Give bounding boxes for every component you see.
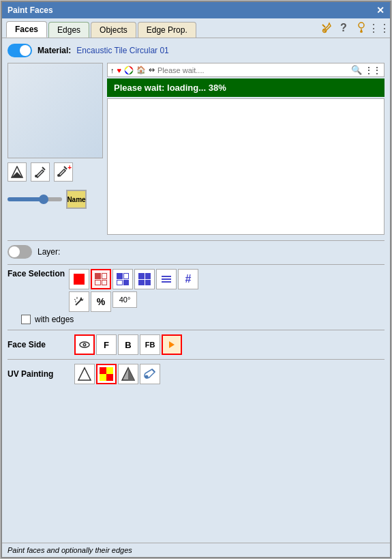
svg-marker-24 — [128, 368, 134, 380]
svg-point-8 — [57, 174, 60, 177]
divider-4 — [7, 359, 385, 360]
divider-3 — [7, 330, 385, 330]
window-title: Paint Faces — [7, 5, 53, 15]
eyedropper-button[interactable] — [31, 162, 50, 182]
help-icon[interactable]: ? — [337, 21, 350, 35]
main-content: Material: Encaustic Tile Circular 01 — [2, 38, 390, 394]
face-side-icons: F B FB — [74, 334, 182, 355]
svg-line-13 — [76, 300, 81, 305]
divider-2 — [7, 264, 385, 265]
arrow-up-icon[interactable]: ↑ — [110, 66, 115, 74]
svg-point-20 — [84, 344, 85, 345]
face-sel-hash-button[interactable]: # — [178, 269, 198, 289]
with-edges-label: with edges — [35, 315, 74, 324]
material-label: Material: — [37, 46, 71, 55]
uv-painting-section: UV Painting — [7, 364, 385, 384]
face-side-play-button[interactable] — [162, 334, 182, 355]
texture-browser-panel: ↑ ♥ 🏠 ⇔ 🔍 ⋮⋮ — [107, 63, 385, 235]
name-button[interactable]: Name — [66, 190, 87, 209]
with-edges-row: with edges — [21, 315, 385, 324]
svg-point-2 — [359, 23, 364, 28]
close-button[interactable]: ✕ — [376, 5, 385, 16]
layer-label: Layer: — [37, 247, 60, 257]
uv-painting-icons — [74, 364, 160, 384]
search-button[interactable]: 🔍 — [351, 65, 362, 75]
search-input[interactable] — [157, 66, 348, 74]
tool-row: + — [7, 162, 103, 182]
heart-icon[interactable]: ♥ — [117, 66, 122, 74]
texture-preview — [7, 63, 103, 158]
eyedropper-plus-button[interactable]: + — [54, 162, 73, 182]
tab-edge-prop[interactable]: Edge Prop. — [138, 22, 196, 38]
search-bar: ↑ ♥ 🏠 ⇔ 🔍 ⋮⋮ — [107, 63, 385, 77]
tab-objects[interactable]: Objects — [91, 22, 136, 38]
slider-row: Name — [7, 190, 103, 209]
status-bar: Paint faces and optionally their edges — [2, 543, 390, 557]
texture-browser[interactable] — [107, 98, 385, 235]
face-sel-blue-grid-button[interactable] — [112, 269, 133, 289]
svg-line-25 — [152, 369, 155, 372]
material-name: Encaustic Tile Circular 01 — [76, 46, 168, 55]
face-side-back-button[interactable]: B — [118, 334, 138, 355]
face-selection-label: Face Selection — [7, 269, 69, 278]
divider-1 — [7, 240, 385, 241]
tab-bar: Faces Edges Objects Edge Prop. ? — [2, 18, 390, 38]
uv-paint-brush-button[interactable] — [140, 364, 160, 384]
layer-toggle[interactable] — [7, 245, 32, 259]
face-sel-row1: # — [69, 269, 198, 289]
svg-point-26 — [145, 375, 149, 379]
face-side-front-button[interactable]: F — [96, 334, 117, 355]
grid-dots-icon[interactable]: ⋮⋮ — [372, 21, 386, 35]
uv-painting-label: UV Painting — [7, 369, 69, 379]
svg-line-5 — [42, 167, 45, 170]
toolbar-icons: ? ⋮⋮ — [319, 21, 386, 38]
face-sel-grid-button[interactable] — [91, 269, 111, 289]
title-bar: Paint Faces ✕ — [2, 2, 390, 18]
texture-preview-inner — [8, 63, 102, 158]
face-sel-4grid-button[interactable] — [134, 269, 155, 289]
angle-input[interactable]: 40° — [112, 291, 137, 308]
view-grid-button[interactable]: ⋮⋮ — [365, 66, 381, 75]
svg-marker-21 — [169, 341, 175, 348]
svg-line-15 — [74, 299, 76, 300]
layer-row: Layer: — [7, 245, 385, 259]
material-row: Material: Encaustic Tile Circular 01 — [7, 44, 385, 57]
face-side-frontback-button[interactable]: FB — [140, 334, 160, 355]
opacity-slider[interactable] — [7, 197, 62, 201]
uv-checker-button[interactable] — [96, 364, 117, 384]
main-window: Paint Faces ✕ Faces Edges Objects Edge P… — [1, 1, 391, 558]
face-selection-section: Face Selection — [7, 269, 385, 312]
face-side-section: Face Side F B — [7, 334, 385, 355]
svg-marker-22 — [78, 368, 91, 380]
tab-faces[interactable]: Faces — [6, 21, 47, 38]
paint-icon[interactable] — [355, 21, 368, 35]
face-side-eye-button[interactable] — [74, 334, 95, 355]
face-sel-magic-wand-button[interactable] — [69, 291, 89, 312]
house-icon[interactable]: 🏠 — [136, 66, 146, 74]
face-sel-row2: % 40° — [69, 291, 198, 312]
face-sel-percent-button[interactable]: % — [91, 291, 111, 312]
tab-edges[interactable]: Edges — [48, 22, 89, 38]
face-sel-single-button[interactable] — [69, 269, 89, 289]
face-selection-icons: # — [69, 269, 198, 312]
uv-triangle-button[interactable] — [74, 364, 95, 384]
triangle-tool-button[interactable] — [7, 162, 27, 182]
with-edges-checkbox[interactable] — [21, 315, 31, 324]
color-icon[interactable] — [124, 66, 134, 75]
loading-bar: Please wait: loading... 38% — [107, 78, 385, 97]
texture-area: + Name ↑ ♥ — [7, 63, 385, 235]
material-toggle[interactable] — [7, 44, 32, 57]
face-sel-lines-button[interactable] — [156, 269, 177, 289]
svg-line-7 — [64, 167, 67, 169]
arrows-icon[interactable]: ⇔ — [149, 66, 155, 74]
svg-line-1 — [322, 25, 325, 27]
wrench-icon[interactable] — [319, 21, 333, 35]
uv-shaded-triangle-button[interactable] — [118, 364, 138, 384]
status-text: Paint faces and optionally their edges — [7, 546, 132, 554]
svg-point-6 — [35, 175, 37, 177]
face-side-label: Face Side — [7, 340, 69, 349]
